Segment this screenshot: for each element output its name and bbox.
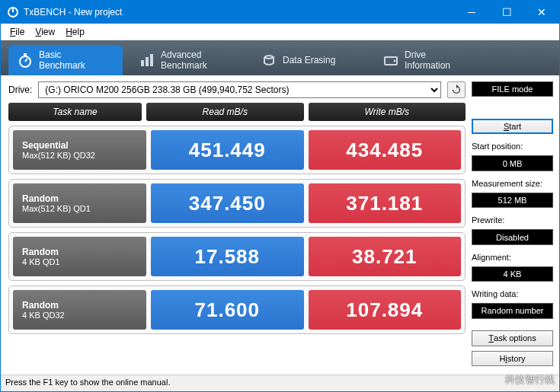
prewrite-value[interactable]: Disabled	[472, 229, 553, 244]
drive-icon	[383, 53, 398, 68]
tab-basic-benchmark[interactable]: BasicBenchmark	[8, 45, 123, 75]
task-name-cell: Random4 KB QD32	[13, 290, 146, 330]
side-panel: FILE mode Start Start position: 0 MB Mea…	[472, 75, 559, 374]
svg-rect-8	[150, 54, 153, 66]
menu-file[interactable]: File	[5, 25, 29, 39]
tab-drive-information[interactable]: DriveInformation	[374, 45, 488, 75]
task-options-button[interactable]: Task options	[472, 330, 553, 346]
refresh-button[interactable]	[447, 81, 466, 98]
app-icon	[7, 6, 19, 18]
erase-icon	[261, 53, 277, 68]
svg-point-10	[394, 60, 396, 62]
tab-advanced-benchmark[interactable]: AdvancedBenchmark	[130, 45, 245, 75]
bars-icon	[139, 53, 155, 68]
menu-help[interactable]: Help	[61, 25, 89, 39]
maximize-button[interactable]: ☐	[489, 1, 524, 24]
writing-data-value[interactable]: Random number	[472, 303, 553, 318]
window-title: TxBENCH - New project	[24, 7, 122, 18]
tab-label: AdvancedBenchmark	[161, 49, 207, 71]
svg-rect-4	[24, 53, 27, 56]
refresh-icon	[451, 84, 462, 95]
alignment-label: Alignment:	[472, 253, 553, 262]
read-value: 71.600	[151, 290, 304, 330]
svg-line-5	[25, 59, 27, 62]
task-name-cell: SequentialMax(512 KB) QD32	[13, 130, 146, 170]
drive-select[interactable]: (G:) ORICO M200 256GB 238.38 GB (499,940…	[38, 81, 441, 98]
writing-data-label: Writing data:	[472, 289, 553, 298]
read-value: 347.450	[151, 183, 304, 223]
title-bar: TxBENCH - New project ─ ☐ ✕	[1, 1, 559, 24]
start-button[interactable]: Start	[472, 119, 553, 135]
header-task: Task name	[8, 103, 142, 121]
measurement-size-label: Measurement size:	[472, 179, 553, 188]
read-value: 17.588	[151, 237, 304, 276]
write-value: 434.485	[309, 130, 462, 170]
tab-label: Data Erasing	[283, 55, 335, 65]
task-name-cell: RandomMax(512 KB) QD1	[13, 183, 146, 223]
stopwatch-icon	[18, 53, 33, 68]
table-row: RandomMax(512 KB) QD1 347.450 371.181	[8, 179, 466, 228]
measurement-size-value[interactable]: 512 MB	[472, 193, 553, 208]
svg-rect-6	[141, 60, 144, 66]
task-name-cell: Random4 KB QD1	[13, 237, 146, 276]
table-header: Task name Read mB/s Write mB/s	[8, 103, 466, 121]
prewrite-label: Prewrite:	[472, 215, 553, 225]
table-row: SequentialMax(512 KB) QD32 451.449 434.4…	[8, 126, 466, 174]
status-bar: Press the F1 key to show the online manu…	[1, 374, 559, 391]
table-row: Random4 KB QD32 71.600 107.894	[8, 285, 466, 334]
tab-label: DriveInformation	[405, 49, 450, 71]
write-value: 38.721	[309, 237, 462, 276]
table-row: Random4 KB QD1 17.588 38.721	[8, 232, 466, 281]
main-tabs: BasicBenchmark AdvancedBenchmark Data Er…	[1, 40, 559, 75]
drive-label: Drive:	[8, 84, 32, 95]
header-write: Write mB/s	[309, 103, 466, 121]
alignment-value[interactable]: 4 KB	[472, 266, 553, 282]
start-position-label: Start position:	[472, 142, 553, 151]
write-value: 371.181	[309, 183, 462, 223]
start-position-value[interactable]: 0 MB	[472, 155, 553, 171]
menu-bar: File View Help	[1, 24, 559, 40]
history-button[interactable]: History	[472, 351, 553, 366]
read-value: 451.449	[151, 130, 304, 170]
minimize-button[interactable]: ─	[454, 1, 489, 24]
close-button[interactable]: ✕	[524, 1, 559, 24]
menu-view[interactable]: View	[30, 25, 59, 39]
svg-rect-2	[12, 8, 14, 12]
tab-data-erasing[interactable]: Data Erasing	[252, 45, 366, 75]
tab-label: BasicBenchmark	[39, 49, 85, 71]
svg-rect-7	[146, 57, 149, 66]
file-mode-button[interactable]: FILE mode	[472, 81, 553, 97]
header-read: Read mB/s	[146, 103, 304, 121]
write-value: 107.894	[309, 290, 462, 330]
